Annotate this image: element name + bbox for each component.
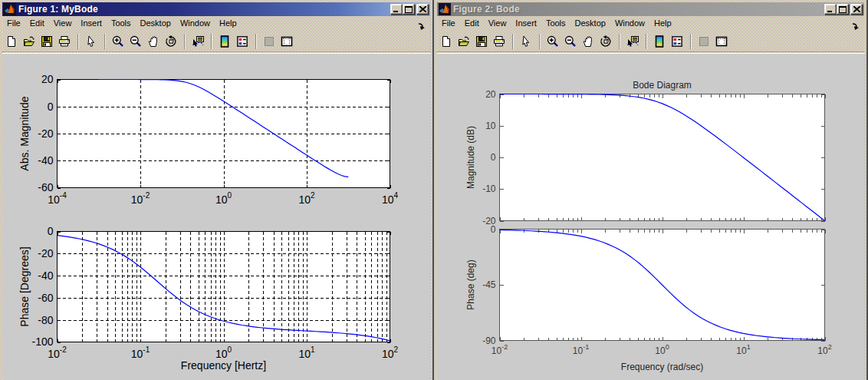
titlebar-figure-1[interactable]: Figure 1: MyBode <box>2 2 430 16</box>
desktop: Figure 1: MyBode FileEditViewInsertTools… <box>0 0 868 380</box>
menu-file[interactable]: File <box>437 16 460 31</box>
svg-text:-40: -40 <box>38 269 53 282</box>
toolbar <box>2 31 430 52</box>
svg-text:10-2: 10-2 <box>131 191 150 205</box>
svg-text:-10: -10 <box>482 183 496 194</box>
toolbar <box>437 31 864 52</box>
svg-text:-40: -40 <box>38 154 53 167</box>
insert-colorbar-button[interactable] <box>650 33 668 50</box>
toolbar-separator <box>646 34 647 49</box>
matlab-icon <box>439 3 451 15</box>
save-figure-button[interactable] <box>38 33 55 50</box>
menu-help[interactable]: Help <box>649 16 676 31</box>
svg-text:Frequency [Hertz]: Frequency [Hertz] <box>181 359 266 372</box>
svg-text:20: 20 <box>41 73 54 85</box>
pan-button[interactable] <box>579 33 597 50</box>
toolbar-separator <box>77 34 79 49</box>
caption-buttons <box>390 4 429 15</box>
maximize-button[interactable] <box>403 4 415 15</box>
svg-text:10-2: 10-2 <box>492 343 508 356</box>
figure-canvas-2: 20100-10-20Magnitude (dB)Bode Diagram0-4… <box>437 53 865 380</box>
svg-text:102: 102 <box>817 343 831 356</box>
window-figure-2: Figure 2: Bode FileEditViewInsertToolsDe… <box>435 0 868 380</box>
minimize-button[interactable] <box>390 4 403 15</box>
toolbar-separator <box>539 34 541 49</box>
svg-text:100: 100 <box>215 345 232 359</box>
dock-figure-icon[interactable] <box>417 20 426 28</box>
menu-tools[interactable]: Tools <box>107 16 136 31</box>
open-file-button[interactable] <box>455 33 472 50</box>
menu-desktop[interactable]: Desktop <box>570 16 610 31</box>
open-file-button[interactable] <box>20 33 38 50</box>
svg-text:10-1: 10-1 <box>131 345 150 359</box>
print-figure-button[interactable] <box>55 33 73 50</box>
svg-text:Phase [Degrees]: Phase [Degrees] <box>18 246 31 326</box>
close-button[interactable] <box>850 4 863 15</box>
toolbar-separator <box>690 34 692 49</box>
pan-button[interactable] <box>144 33 162 50</box>
zoom-out-button[interactable] <box>127 33 144 50</box>
svg-text:101: 101 <box>298 345 315 359</box>
zoom-in-button[interactable] <box>109 33 127 50</box>
data-cursor-button[interactable] <box>623 33 641 50</box>
window-title: Figure 2: Bode <box>453 4 824 15</box>
svg-text:Frequency (rad/sec): Frequency (rad/sec) <box>621 362 703 372</box>
rotate-3d-button[interactable] <box>162 33 179 50</box>
svg-text:100: 100 <box>655 343 669 356</box>
menu-insert[interactable]: Insert <box>511 16 541 31</box>
edit-plot-button[interactable] <box>82 33 100 50</box>
new-figure-button[interactable] <box>437 33 455 50</box>
data-cursor-button[interactable] <box>189 33 206 50</box>
svg-text:0: 0 <box>48 101 54 113</box>
toolbar-separator <box>512 34 514 49</box>
svg-text:0: 0 <box>491 224 496 235</box>
edit-plot-button[interactable] <box>517 33 534 50</box>
rotate-3d-button[interactable] <box>597 33 614 50</box>
save-figure-button[interactable] <box>472 33 490 50</box>
dock-figure-icon[interactable] <box>851 20 860 28</box>
caption-buttons <box>824 4 863 15</box>
menu-edit[interactable]: Edit <box>25 16 49 31</box>
svg-text:-60: -60 <box>38 181 53 193</box>
menu-tools[interactable]: Tools <box>541 16 570 31</box>
toolbar-separator <box>255 34 257 49</box>
svg-text:Phase (deg): Phase (deg) <box>465 259 476 309</box>
insert-legend-button[interactable] <box>668 33 686 50</box>
insert-legend-button[interactable] <box>233 33 251 50</box>
zoom-out-button[interactable] <box>561 33 579 50</box>
svg-text:Bode Diagram: Bode Diagram <box>633 80 692 91</box>
menu-help[interactable]: Help <box>215 16 242 31</box>
show-plot-tools-button[interactable] <box>712 33 730 50</box>
svg-text:-20: -20 <box>38 247 53 259</box>
menu-desktop[interactable]: Desktop <box>136 16 176 31</box>
close-button[interactable] <box>416 4 429 15</box>
svg-text:0: 0 <box>491 152 496 163</box>
svg-text:Magnitude (dB): Magnitude (dB) <box>465 126 476 189</box>
menu-window[interactable]: Window <box>610 16 649 31</box>
menubar: FileEditViewInsertToolsDesktopWindowHelp <box>437 16 864 31</box>
svg-text:102: 102 <box>382 345 399 359</box>
toolbar-separator <box>619 34 620 49</box>
menu-file[interactable]: File <box>2 16 25 31</box>
toolbar-separator <box>211 34 212 49</box>
menu-window[interactable]: Window <box>176 16 215 31</box>
svg-text:10-4: 10-4 <box>48 191 67 205</box>
show-plot-tools-button[interactable] <box>278 33 295 50</box>
titlebar-figure-2[interactable]: Figure 2: Bode <box>437 2 864 16</box>
insert-colorbar-button[interactable] <box>215 33 233 50</box>
menu-insert[interactable]: Insert <box>76 16 107 31</box>
window-title: Figure 1: MyBode <box>18 4 390 15</box>
new-figure-button[interactable] <box>2 33 20 50</box>
menu-view[interactable]: View <box>49 16 77 31</box>
svg-text:0: 0 <box>48 225 54 237</box>
matlab-icon <box>4 3 16 15</box>
svg-text:101: 101 <box>736 343 750 356</box>
toolbar-separator <box>184 34 186 49</box>
maximize-button[interactable] <box>837 4 849 15</box>
svg-text:-80: -80 <box>38 314 53 326</box>
zoom-in-button[interactable] <box>544 33 561 50</box>
menu-edit[interactable]: Edit <box>460 16 484 31</box>
print-figure-button[interactable] <box>490 33 508 50</box>
minimize-button[interactable] <box>824 4 837 15</box>
menu-view[interactable]: View <box>484 16 511 31</box>
